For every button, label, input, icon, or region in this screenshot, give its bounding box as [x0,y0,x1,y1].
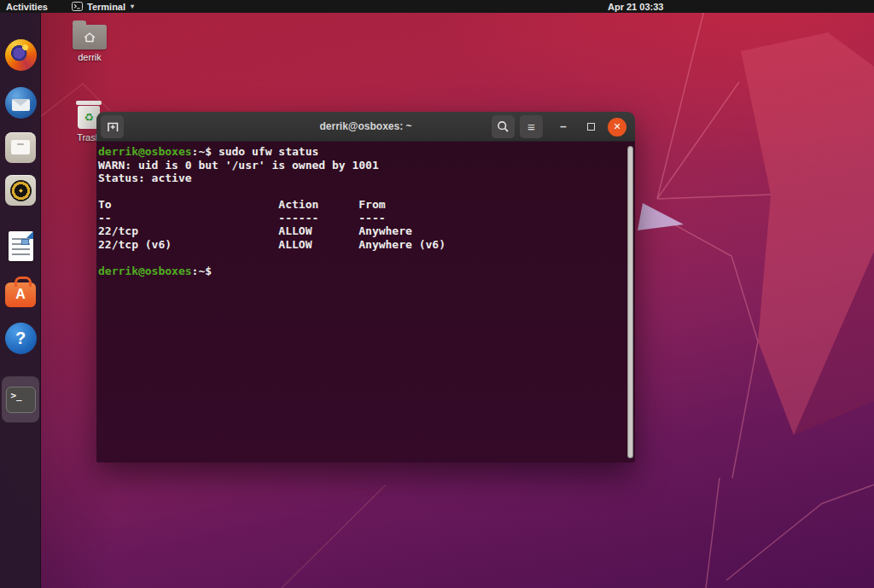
prompt-user-host: derrik@osboxes [98,265,192,277]
terminal-line [98,185,623,199]
window-titlebar[interactable]: derrik@osboxes: ~ ≡ – [96,112,635,142]
image-thumb-icon [21,239,29,245]
close-button[interactable]: ✕ [608,118,626,137]
terminal-menu-icon [72,2,83,11]
terminal-line-command: derrik@osboxes:~$ sudo ufw status [98,145,623,159]
dock-item-ubuntu-software[interactable]: A [2,271,39,313]
minimize-button[interactable]: – [555,115,572,138]
command-text: sudo ufw status [218,145,318,158]
maximize-icon [587,123,595,131]
terminal-window: derrik@osboxes: ~ ≡ – [96,112,635,463]
trash-lid-icon [76,101,102,105]
envelope-icon [12,99,30,111]
terminal-content[interactable]: derrik@osboxes:~$ sudo ufw status WARN: … [96,142,635,463]
desktop-icon-home-folder[interactable]: derrik [70,19,109,62]
terminal-line: WARN: uid is 0 but '/usr' is owned by 10… [98,159,623,172]
terminal-line-table-divider: -- ------ ---- [98,212,623,225]
thunderbird-icon [5,87,37,119]
files-icon [5,132,36,163]
terminal-line: Status: active [98,172,623,185]
app-menu-terminal[interactable]: Terminal ▾ [72,0,134,13]
terminal-line-prompt: derrik@osboxes:~$ [98,265,623,278]
folder-icon [73,25,107,49]
dock-item-rhythmbox[interactable] [2,169,39,212]
terminal-line-table-row: 22/tcp ALLOW Anywhere [98,224,623,238]
search-button[interactable] [492,115,515,138]
new-tab-button[interactable] [101,115,124,138]
terminal-line [98,251,623,265]
prompt-symbol: $ [205,145,218,158]
clock[interactable]: Apr 21 03:33 [608,0,663,13]
top-bar: Activities Terminal ▾ Apr 21 03:33 [0,0,874,13]
dock-item-firefox[interactable] [2,33,39,76]
firefox-icon [5,39,37,71]
new-tab-icon [106,120,119,133]
prompt-symbol: $ [205,265,218,277]
dock-item-help[interactable]: ? [2,317,39,359]
hamburger-menu-button[interactable]: ≡ [520,115,543,138]
titlebar-controls: ≡ – ✕ [492,115,626,138]
dock-item-thunderbird[interactable] [2,81,39,124]
rhythmbox-icon [5,175,36,206]
search-icon [497,120,510,133]
terminal-line-table-row: 22/tcp (v6) ALLOW Anywhere (v6) [98,238,623,252]
activities-button[interactable]: Activities [0,0,54,13]
prompt-user-host: derrik@osboxes [98,145,192,158]
dock: A ? >_ [0,13,41,588]
dock-item-files[interactable] [2,126,39,169]
chevron-down-icon: ▾ [131,3,134,10]
dock-item-libreoffice-writer[interactable] [2,224,39,267]
terminal-line-table-header: To Action From [98,198,623,212]
dock-item-terminal[interactable]: >_ [2,376,39,422]
app-menu-label: Terminal [87,2,125,12]
writer-document-icon [9,231,33,261]
home-icon [82,31,97,44]
help-icon: ? [5,323,37,354]
home-folder-label: derrik [78,52,102,62]
ubuntu-software-icon: A [5,282,36,307]
speaker-icon [10,180,32,201]
drawer-icon [11,140,30,154]
maximize-button[interactable] [582,115,599,138]
desktop-screen: Activities Terminal ▾ Apr 21 03:33 [0,0,874,588]
terminal-app-icon: >_ [6,387,36,413]
terminal-scrollbar[interactable] [627,146,633,458]
